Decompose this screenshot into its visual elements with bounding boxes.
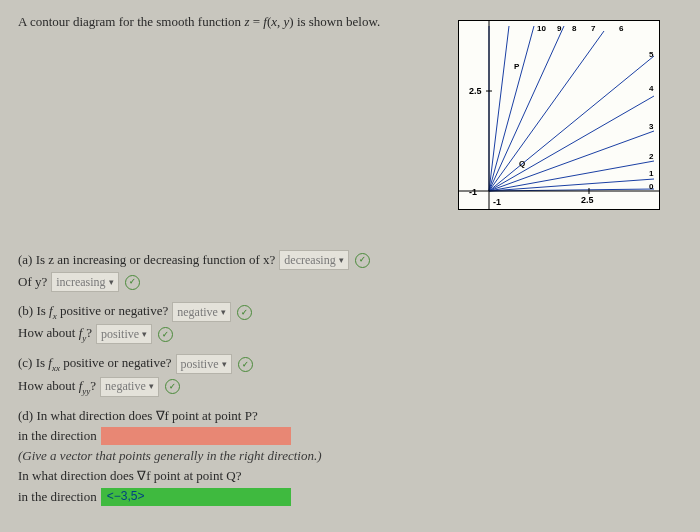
part-c-select1[interactable]: positive ▾ <box>176 354 232 374</box>
check-icon: ✓ <box>237 305 252 320</box>
part-a-select1[interactable]: decreasing ▾ <box>279 250 348 270</box>
svg-text:8: 8 <box>572 24 577 33</box>
svg-text:7: 7 <box>591 24 596 33</box>
part-a: (a) Is z an increasing or decreasing fun… <box>18 250 682 292</box>
chevron-down-icon: ▾ <box>221 306 226 319</box>
check-icon: ✓ <box>355 253 370 268</box>
svg-text:9: 9 <box>557 24 562 33</box>
svg-text:0: 0 <box>649 182 654 191</box>
part-a-select2[interactable]: increasing ▾ <box>51 272 118 292</box>
part-d-lead1: in the direction <box>18 427 97 445</box>
chevron-down-icon: ▾ <box>142 328 147 341</box>
svg-line-3 <box>489 26 564 191</box>
svg-text:P: P <box>514 62 520 71</box>
svg-line-2 <box>489 26 534 191</box>
svg-text:6: 6 <box>619 24 624 33</box>
svg-text:4: 4 <box>649 84 654 93</box>
axis-y-25: 2.5 <box>469 86 482 96</box>
svg-line-8 <box>489 161 654 191</box>
svg-text:10: 10 <box>537 24 546 33</box>
part-b-select1[interactable]: negative ▾ <box>172 302 231 322</box>
svg-line-6 <box>489 96 654 191</box>
chevron-down-icon: ▾ <box>149 380 154 393</box>
part-b: (b) Is fx positive or negative? negative… <box>18 302 682 344</box>
contour-diagram: -1 2.5 -1 2.5 10 9 8 7 6 5 4 3 2 1 0 P Q <box>458 20 660 210</box>
chevron-down-icon: ▾ <box>222 358 227 371</box>
svg-text:1: 1 <box>649 169 654 178</box>
svg-text:Q: Q <box>519 159 525 168</box>
check-icon: ✓ <box>165 379 180 394</box>
answer-incorrect-highlight[interactable] <box>101 427 291 445</box>
part-b-q2: How about fy? <box>18 324 92 344</box>
part-a-q2: Of y? <box>18 273 47 291</box>
chevron-down-icon: ▾ <box>109 276 114 289</box>
svg-text:2: 2 <box>649 152 654 161</box>
axis-y-neg1: -1 <box>493 197 501 207</box>
answer-correct-highlight[interactable]: <−3,5> <box>101 488 291 506</box>
svg-text:3: 3 <box>649 122 654 131</box>
part-c: (c) Is fxx positive or negative? positiv… <box>18 354 682 396</box>
part-c-q2: How about fyy? <box>18 377 96 397</box>
part-b-select2[interactable]: positive ▾ <box>96 324 152 344</box>
check-icon: ✓ <box>125 275 140 290</box>
part-b-q1: (b) Is fx positive or negative? <box>18 302 168 322</box>
part-d: (d) In what direction does ∇f point at p… <box>18 407 682 506</box>
axis-x-25: 2.5 <box>581 195 594 205</box>
part-c-q1: (c) Is fxx positive or negative? <box>18 354 172 374</box>
check-icon: ✓ <box>158 327 173 342</box>
part-d-q1: (d) In what direction does ∇f point at p… <box>18 407 258 425</box>
part-a-q1: (a) Is z an increasing or decreasing fun… <box>18 251 275 269</box>
part-d-lead2: in the direction <box>18 488 97 506</box>
axis-x-neg1: -1 <box>469 187 477 197</box>
svg-line-7 <box>489 131 654 191</box>
part-d-note: (Give a vector that points generally in … <box>18 447 322 465</box>
part-d-q2: In what direction does ∇f point at point… <box>18 467 241 485</box>
svg-line-1 <box>489 26 509 191</box>
part-c-select2[interactable]: negative ▾ <box>100 377 159 397</box>
check-icon: ✓ <box>238 357 253 372</box>
svg-text:5: 5 <box>649 50 654 59</box>
chevron-down-icon: ▾ <box>339 254 344 267</box>
